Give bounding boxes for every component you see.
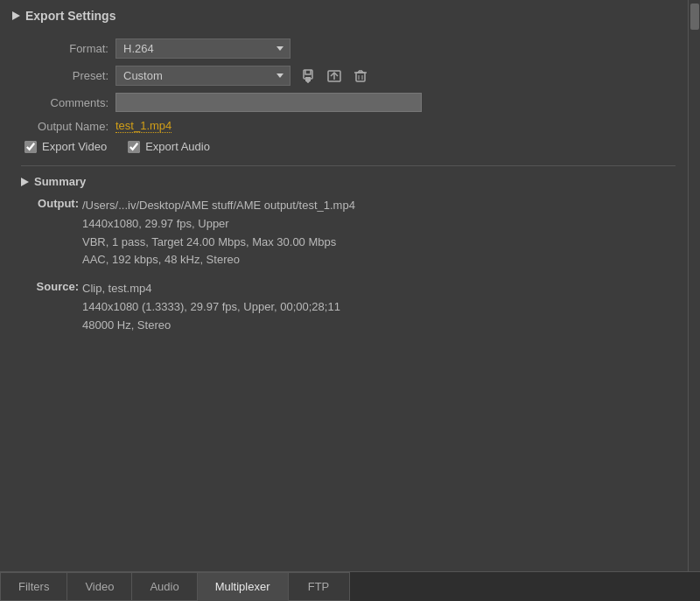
tab-audio[interactable]: Audio	[132, 572, 197, 601]
tab-filters[interactable]: Filters	[0, 572, 67, 601]
output-name-link[interactable]: test_1.mp4	[116, 119, 172, 133]
section-header: Export Settings	[12, 9, 676, 26]
preset-label: Preset:	[21, 69, 108, 82]
scrollbar[interactable]	[688, 0, 700, 571]
summary-header: Summary	[21, 165, 676, 188]
preset-row: Preset: Custom High Quality 1080p HD Med…	[21, 66, 676, 86]
output-summary-text: /Users/...iv/Desktop/AME stuff/AME outpu…	[82, 197, 355, 269]
form-rows: Format: H.264 H.265 AAC Audio AIFF	[12, 38, 676, 133]
export-audio-checkbox-container[interactable]: Export Audio	[128, 140, 210, 153]
export-audio-label: Export Audio	[145, 140, 210, 153]
source-summary-label: Source:	[33, 280, 79, 293]
format-select-container: H.264 H.265 AAC Audio AIFF	[116, 38, 290, 59]
panel-title: Export Settings	[25, 9, 116, 23]
source-summary-block: Source: Clip, test.mp4 1440x1080 (1.3333…	[33, 280, 676, 334]
comments-input[interactable]	[116, 93, 422, 112]
export-video-checkbox[interactable]	[24, 141, 37, 153]
comments-label: Comments:	[21, 96, 108, 109]
preset-icons	[298, 67, 371, 85]
preset-select[interactable]: Custom High Quality 1080p HD Medium Qual…	[116, 66, 290, 86]
tab-video[interactable]: Video	[67, 572, 132, 601]
export-video-checkbox-container[interactable]: Export Video	[24, 140, 107, 153]
export-audio-checkbox[interactable]	[128, 141, 140, 153]
source-summary-text: Clip, test.mp4 1440x1080 (1.3333), 29.97…	[82, 280, 340, 334]
export-settings-panel: Export Settings Format: H.264 H.265 AAC …	[0, 0, 688, 344]
collapse-icon[interactable]	[12, 11, 20, 20]
svg-rect-4	[356, 73, 365, 81]
format-label: Format:	[21, 42, 108, 55]
checkboxes-row: Export Video Export Audio	[12, 140, 676, 153]
summary-section: Summary Output: /Users/...iv/Desktop/AME…	[12, 165, 676, 335]
content-main: Export Settings Format: H.264 H.265 AAC …	[0, 0, 688, 571]
summary-content: Output: /Users/...iv/Desktop/AME stuff/A…	[21, 197, 676, 335]
scrollbar-thumb[interactable]	[690, 3, 699, 30]
output-name-row: Output Name: test_1.mp4	[21, 119, 676, 133]
tab-multiplexer[interactable]: Multiplexer	[198, 572, 289, 601]
format-row: Format: H.264 H.265 AAC Audio AIFF	[21, 38, 676, 59]
preset-select-container: Custom High Quality 1080p HD Medium Qual…	[116, 66, 290, 86]
summary-title: Summary	[34, 175, 86, 188]
export-video-label: Export Video	[42, 140, 107, 153]
output-name-label: Output Name:	[21, 120, 108, 133]
comments-row: Comments:	[21, 93, 676, 112]
main-container: Export Settings Format: H.264 H.265 AAC …	[0, 0, 700, 601]
format-select[interactable]: H.264 H.265 AAC Audio AIFF	[116, 38, 290, 59]
delete-preset-button[interactable]	[350, 67, 371, 85]
summary-collapse-icon[interactable]	[21, 178, 29, 186]
import-preset-button[interactable]	[324, 67, 345, 85]
output-summary-label: Output:	[33, 197, 79, 210]
tabs-bar: Filters Video Audio Multiplexer FTP	[0, 571, 700, 601]
tab-ftp[interactable]: FTP	[289, 572, 350, 601]
save-preset-button[interactable]	[298, 67, 318, 85]
output-summary-block: Output: /Users/...iv/Desktop/AME stuff/A…	[33, 197, 676, 269]
